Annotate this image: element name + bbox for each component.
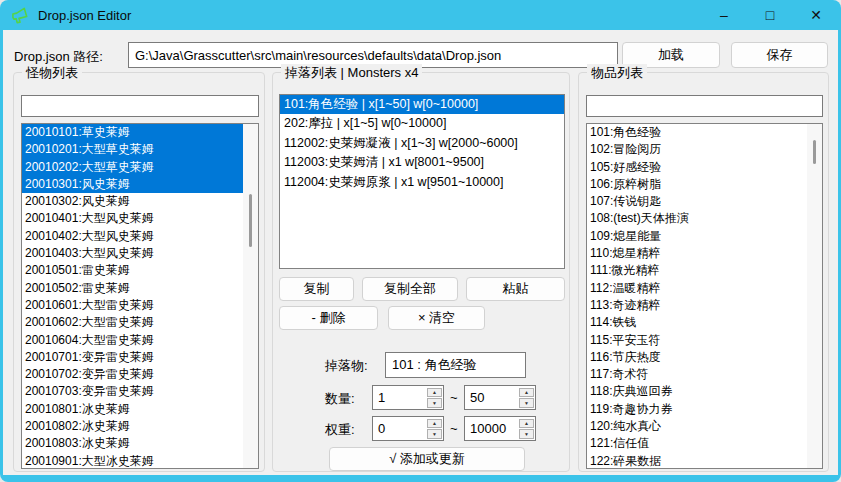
list-item[interactable]: 121:信任值 <box>587 435 822 452</box>
list-item[interactable]: 20010602:大型雷史莱姆 <box>22 314 258 331</box>
list-item[interactable]: 20010901:大型冰史莱姆 <box>22 453 258 469</box>
monster-search-input[interactable] <box>21 95 259 117</box>
title-bar[interactable]: Drop.json Editor – □ ✕ <box>0 0 841 30</box>
window-title: Drop.json Editor <box>38 8 131 23</box>
close-icon[interactable]: ✕ <box>793 0 839 30</box>
list-item[interactable]: 20010202:大型草史莱姆 <box>22 159 258 176</box>
minimize-icon[interactable]: – <box>701 0 747 30</box>
count-label: 数量: <box>325 390 355 408</box>
delete-button[interactable]: - 删除 <box>279 306 378 330</box>
count-max-stepper[interactable]: 50 ▲ ▼ <box>464 385 536 410</box>
item-list-scrollbar[interactable] <box>807 124 822 468</box>
list-item[interactable]: 20010703:变异雷史莱姆 <box>22 383 258 400</box>
list-item[interactable]: 116:节庆热度 <box>587 349 822 366</box>
app-window: Drop.json Editor – □ ✕ Drop.json 路径: 加载 … <box>0 0 841 482</box>
scrollbar-thumb[interactable] <box>813 140 816 164</box>
maximize-icon[interactable]: □ <box>747 0 793 30</box>
spinner-down-icon[interactable]: ▼ <box>427 429 442 439</box>
count-min-stepper[interactable]: 1 ▲ ▼ <box>372 385 444 410</box>
list-item[interactable]: 202:摩拉 | x[1~5] w[0~10000] <box>280 114 564 133</box>
spinner-up-icon[interactable]: ▲ <box>427 388 442 398</box>
count-tilde: ~ <box>450 390 458 405</box>
list-item[interactable]: 101:角色经验 <box>587 124 822 141</box>
weight-min-stepper[interactable]: 0 ▲ ▼ <box>372 416 444 441</box>
item-panel-title: 物品列表 <box>587 64 647 82</box>
weight-tilde: ~ <box>450 421 458 436</box>
list-item[interactable]: 112002:史莱姆凝液 | x[1~3] w[2000~6000] <box>280 134 564 153</box>
drop-panel: 掉落列表 | Monsters x4 101:角色经验 | x[1~50] w[… <box>272 72 570 472</box>
add-or-update-button[interactable]: √ 添加或更新 <box>329 447 525 471</box>
client-area: Drop.json 路径: 加载 保存 怪物列表 20010101:草史莱姆20… <box>3 30 838 475</box>
item-panel: 物品列表 101:角色经验102:冒险阅历105:好感经验106:原粹树脂107… <box>578 72 829 472</box>
list-item[interactable]: 109:熄星能量 <box>587 228 822 245</box>
list-item[interactable]: 20010604:大型雷史莱姆 <box>22 332 258 349</box>
megaphone-icon <box>11 6 30 25</box>
list-item[interactable]: 120:纯水真心 <box>587 418 822 435</box>
list-item[interactable]: 122:碎果数据 <box>587 453 822 469</box>
clear-button[interactable]: × 清空 <box>388 306 485 330</box>
list-item[interactable]: 20010803:冰史莱姆 <box>22 435 258 452</box>
paste-button[interactable]: 粘贴 <box>466 277 565 301</box>
monster-listbox[interactable]: 20010101:草史莱姆20010201:大型草史莱姆20010202:大型草… <box>21 123 259 469</box>
list-item[interactable]: 20010702:变异雷史莱姆 <box>22 366 258 383</box>
drop-listbox[interactable]: 101:角色经验 | x[1~50] w[0~10000]202:摩拉 | x[… <box>279 94 565 269</box>
drop-item-label: 掉落物: <box>325 357 368 375</box>
weight-label: 权重: <box>325 421 355 439</box>
save-button[interactable]: 保存 <box>731 42 828 68</box>
count-max-value[interactable]: 50 <box>465 386 518 409</box>
monster-panel-title: 怪物列表 <box>22 64 82 82</box>
list-item[interactable]: 105:好感经验 <box>587 159 822 176</box>
copy-all-button[interactable]: 复制全部 <box>362 277 458 301</box>
list-item[interactable]: 110:熄星精粹 <box>587 245 822 262</box>
spinner-down-icon[interactable]: ▼ <box>519 398 534 408</box>
list-item[interactable]: 112:温暖精粹 <box>587 280 822 297</box>
weight-max-value[interactable]: 10000 <box>465 417 518 440</box>
list-item[interactable]: 20010302:风史莱姆 <box>22 193 258 210</box>
drop-panel-title: 掉落列表 | Monsters x4 <box>281 64 422 82</box>
item-listbox[interactable]: 101:角色经验102:冒险阅历105:好感经验106:原粹树脂107:传说钥匙… <box>586 123 823 469</box>
copy-button[interactable]: 复制 <box>279 277 354 301</box>
list-item[interactable]: 101:角色经验 | x[1~50] w[0~10000] <box>280 95 564 114</box>
spinner-down-icon[interactable]: ▼ <box>427 398 442 408</box>
list-item[interactable]: 20010501:雷史莱姆 <box>22 262 258 279</box>
list-item[interactable]: 20010403:大型风史莱姆 <box>22 245 258 262</box>
drop-item-input[interactable] <box>385 352 526 378</box>
weight-max-stepper[interactable]: 10000 ▲ ▼ <box>464 416 536 441</box>
list-item[interactable]: 108:(test)天体推演 <box>587 210 822 227</box>
list-item[interactable]: 102:冒险阅历 <box>587 141 822 158</box>
list-item[interactable]: 20010502:雷史莱姆 <box>22 280 258 297</box>
list-item[interactable]: 118:庆典巡回券 <box>587 383 822 400</box>
list-item[interactable]: 112004:史莱姆原浆 | x1 w[9501~10000] <box>280 173 564 192</box>
list-item[interactable]: 20010301:风史莱姆 <box>22 176 258 193</box>
list-item[interactable]: 20010601:大型雷史莱姆 <box>22 297 258 314</box>
scrollbar-thumb[interactable] <box>249 194 252 247</box>
spinner-up-icon[interactable]: ▲ <box>427 419 442 429</box>
monster-panel: 怪物列表 20010101:草史莱姆20010201:大型草史莱姆2001020… <box>13 72 265 472</box>
spinner-up-icon[interactable]: ▲ <box>519 388 534 398</box>
list-item[interactable]: 20010201:大型草史莱姆 <box>22 141 258 158</box>
list-item[interactable]: 20010802:冰史莱姆 <box>22 418 258 435</box>
list-item[interactable]: 20010401:大型风史莱姆 <box>22 210 258 227</box>
item-search-input[interactable] <box>586 95 823 117</box>
list-item[interactable]: 112003:史莱姆清 | x1 w[8001~9500] <box>280 153 564 172</box>
spinner-down-icon[interactable]: ▼ <box>519 429 534 439</box>
list-item[interactable]: 115:平安玉符 <box>587 332 822 349</box>
list-item[interactable]: 106:原粹树脂 <box>587 176 822 193</box>
weight-min-value[interactable]: 0 <box>373 417 426 440</box>
list-item[interactable]: 113:奇迹精粹 <box>587 297 822 314</box>
list-item[interactable]: 114:铁钱 <box>587 314 822 331</box>
list-item[interactable]: 20010801:冰史莱姆 <box>22 401 258 418</box>
count-min-value[interactable]: 1 <box>373 386 426 409</box>
list-item[interactable]: 20010402:大型风史莱姆 <box>22 228 258 245</box>
list-item[interactable]: 107:传说钥匙 <box>587 193 822 210</box>
list-item[interactable]: 119:奇趣协力券 <box>587 401 822 418</box>
window-controls: – □ ✕ <box>701 0 839 30</box>
list-item[interactable]: 117:奇术符 <box>587 366 822 383</box>
list-item[interactable]: 111:微光精粹 <box>587 262 822 279</box>
list-item[interactable]: 20010701:变异雷史莱姆 <box>22 349 258 366</box>
list-item[interactable]: 20010101:草史莱姆 <box>22 124 258 141</box>
monster-list-scrollbar[interactable] <box>243 124 258 468</box>
spinner-up-icon[interactable]: ▲ <box>519 419 534 429</box>
